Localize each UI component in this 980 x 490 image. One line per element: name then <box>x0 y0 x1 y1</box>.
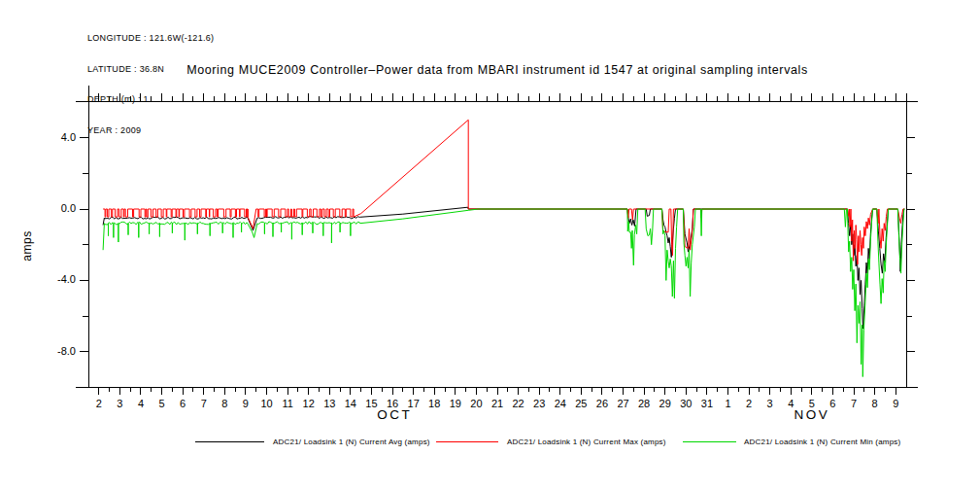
legend-min-line-swatch <box>683 441 736 442</box>
series-min <box>103 209 904 377</box>
chart-frame: LONGITUDE : 121.6W(-121.6) LATITUDE : 36… <box>0 0 980 490</box>
series-max <box>103 120 904 264</box>
legend-min-label: ADC21/ Loadsink 1 (N) Current Min (amps) <box>744 437 900 447</box>
legend: ADC21/ Loadsink 1 (N) Current Avg (amps)… <box>0 437 980 452</box>
legend-max-label: ADC21/ Loadsink 1 (N) Current Max (amps) <box>507 437 666 447</box>
series-avg <box>103 207 904 329</box>
legend-max-line-swatch <box>436 441 498 442</box>
y-axis-label: amps <box>20 217 34 275</box>
legend-avg-line-swatch <box>195 441 264 442</box>
plot-canvas <box>0 0 980 490</box>
legend-avg-label: ADC21/ Loadsink 1 (N) Current Avg (amps) <box>273 437 430 447</box>
